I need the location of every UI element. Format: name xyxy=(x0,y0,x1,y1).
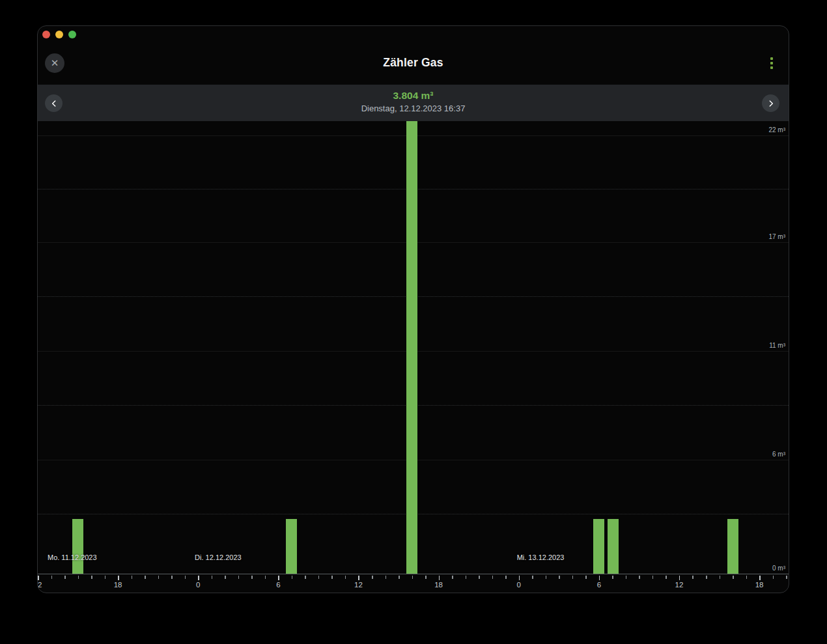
x-axis-tick xyxy=(746,576,748,579)
x-axis-tick xyxy=(212,576,213,579)
x-axis-tick xyxy=(626,576,627,579)
x-axis-tick xyxy=(425,576,427,579)
x-axis-tick xyxy=(546,576,547,579)
x-axis-tick xyxy=(265,576,266,579)
x-axis-tick xyxy=(345,576,346,579)
x-axis-tick xyxy=(278,576,279,580)
x-axis-tick xyxy=(439,576,440,580)
x-axis-tick xyxy=(292,576,293,579)
x-axis-tick xyxy=(692,576,694,579)
x-axis-tick xyxy=(612,576,613,579)
x-axis-tick xyxy=(64,576,66,579)
x-axis-tick-label: 12 xyxy=(354,581,363,589)
y-axis-tick-label: 0 m³ xyxy=(772,565,785,572)
selected-value: 3.804 m³ xyxy=(38,90,789,102)
x-axis-tick xyxy=(666,576,667,579)
x-axis-tick-label: 18 xyxy=(434,581,443,589)
x-axis-tick xyxy=(38,576,39,580)
selected-reading: 3.804 m³ Dienstag, 12.12.2023 16:37 xyxy=(38,85,789,113)
y-axis-tick-label: 6 m³ xyxy=(772,451,785,458)
x-axis-tick xyxy=(238,576,240,579)
x-axis-tick xyxy=(572,576,574,579)
day-label: Mi. 13.12.2023 xyxy=(517,553,565,561)
x-axis-tick xyxy=(492,576,494,579)
x-axis-tick xyxy=(773,576,774,579)
x-axis-tick xyxy=(171,576,173,579)
x-axis-tick xyxy=(733,576,734,579)
period-navigation-bar: 3.804 m³ Dienstag, 12.12.2023 16:37 xyxy=(38,85,789,121)
chart-bar[interactable] xyxy=(286,519,297,574)
x-axis-tick xyxy=(105,576,106,579)
x-axis-tick xyxy=(158,576,160,579)
y-axis-tick-label: 11 m³ xyxy=(769,342,785,349)
x-axis-tick xyxy=(479,576,480,579)
kebab-menu-icon xyxy=(770,57,772,59)
x-axis-tick xyxy=(599,576,600,580)
x-axis-tick xyxy=(505,576,507,579)
traffic-light-close-icon[interactable] xyxy=(42,31,50,38)
x-axis-tick xyxy=(559,576,560,579)
x-axis-tick xyxy=(652,576,654,579)
x-axis-tick xyxy=(372,576,373,579)
x-axis-tick-label: 6 xyxy=(276,581,280,589)
x-axis-tick xyxy=(331,576,333,579)
window-controls xyxy=(42,31,76,38)
x-axis-line xyxy=(38,574,789,574)
overflow-menu-button[interactable] xyxy=(764,55,779,71)
kebab-menu-icon xyxy=(770,62,772,64)
x-axis-tick xyxy=(585,576,587,579)
x-axis-tick xyxy=(786,576,787,579)
x-axis-tick xyxy=(118,576,119,580)
x-axis-tick xyxy=(720,576,721,579)
y-axis-tick-label: 22 m³ xyxy=(768,126,785,133)
x-axis-tick xyxy=(412,576,414,579)
x-axis-tick xyxy=(145,576,146,579)
x-axis-tick xyxy=(251,576,253,579)
chart-bar[interactable] xyxy=(72,519,83,574)
x-axis-tick xyxy=(91,576,92,579)
x-axis-tick-label: 18 xyxy=(114,581,122,589)
x-axis-tick xyxy=(358,576,359,580)
x-axis-tick xyxy=(452,576,453,579)
x-axis-tick xyxy=(318,576,320,579)
gas-history-chart: 22 m³17 m³11 m³6 m³0 m³Mo. 11.12.2023Di.… xyxy=(38,121,789,593)
chevron-right-icon xyxy=(766,99,776,108)
x-axis-tick xyxy=(51,576,53,579)
x-axis-tick xyxy=(639,576,640,579)
day-label: Di. 12.12.2023 xyxy=(195,553,242,561)
chart-bar[interactable] xyxy=(727,519,738,574)
x-axis-tick xyxy=(305,576,306,579)
x-axis-tick-label: 0 xyxy=(517,581,521,589)
x-axis-tick xyxy=(466,576,467,579)
day-label: Mo. 11.12.2023 xyxy=(48,553,97,561)
x-axis-tick xyxy=(185,576,186,579)
chart-bar[interactable] xyxy=(608,519,619,574)
x-axis-tick xyxy=(706,576,707,579)
chart-bar[interactable] xyxy=(593,519,604,574)
x-axis-tick xyxy=(132,576,133,579)
x-axis-tick xyxy=(759,576,761,580)
x-axis-tick xyxy=(198,576,199,580)
traffic-light-zoom-icon[interactable] xyxy=(68,31,76,38)
y-axis-tick-label: 17 m³ xyxy=(768,233,785,240)
x-axis-tick-label: 12 xyxy=(675,581,684,589)
x-axis-tick-label: 6 xyxy=(597,581,601,589)
x-axis-tick-label: 12 xyxy=(37,581,42,589)
page-title: Zähler Gas xyxy=(38,56,789,70)
selected-datetime: Dienstag, 12.12.2023 16:37 xyxy=(38,104,789,113)
x-axis-tick xyxy=(78,576,79,579)
x-axis-tick-label: 0 xyxy=(196,581,200,589)
kebab-menu-icon xyxy=(770,66,772,68)
x-axis-tick xyxy=(519,576,520,580)
x-axis-tick xyxy=(225,576,226,579)
x-axis-tick-label: 18 xyxy=(755,581,764,589)
header: ✕ Zähler Gas xyxy=(38,52,789,74)
x-axis-tick xyxy=(385,576,387,579)
app-window: ✕ Zähler Gas 3.804 m³ Dienstag, 12.12.20… xyxy=(37,25,789,593)
chart-bar[interactable] xyxy=(406,121,417,574)
traffic-light-minimize-icon[interactable] xyxy=(55,31,63,38)
x-axis-tick xyxy=(399,576,400,579)
x-axis-tick xyxy=(679,576,680,580)
next-period-button[interactable] xyxy=(762,94,779,112)
x-axis-tick xyxy=(532,576,533,579)
